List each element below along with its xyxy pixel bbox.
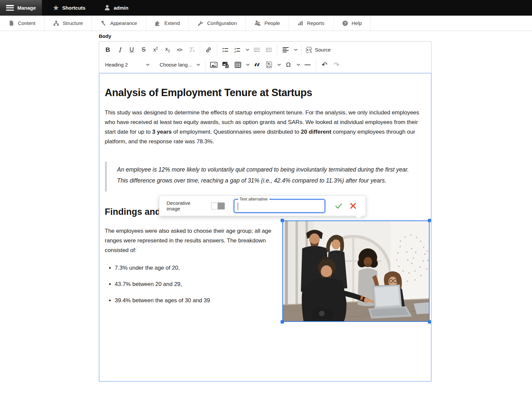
manage-tab[interactable]: Manage xyxy=(0,0,42,16)
bulleted-list-button[interactable] xyxy=(219,44,231,56)
resize-handle-top-right[interactable] xyxy=(428,219,431,222)
svg-text:e: e xyxy=(414,279,416,281)
language-dropdown[interactable]: Choose lang… xyxy=(156,59,203,70)
heading-dropdown[interactable]: Heading 2 xyxy=(102,59,152,70)
toolbar-row-2: Heading 2 Choose lang… xyxy=(102,57,429,72)
tab-label: People xyxy=(264,20,280,26)
svg-text:m: m xyxy=(398,265,399,268)
toolbar-separator xyxy=(277,44,277,56)
svg-text:e: e xyxy=(423,260,424,262)
horizontal-line-button[interactable]: — xyxy=(302,59,314,70)
table-dropdown[interactable] xyxy=(244,59,251,70)
list-item: 7.3% under the age of 20, xyxy=(115,263,274,273)
code-block-dropdown[interactable] xyxy=(275,59,282,70)
tab-people[interactable]: People xyxy=(246,16,289,31)
document-title: Analysis of Employment Tenure at Startup… xyxy=(105,87,426,99)
bold-text: 20 different xyxy=(301,129,332,135)
subscript-button[interactable]: x2 xyxy=(162,44,174,56)
link-button[interactable] xyxy=(202,44,214,56)
tab-structure[interactable]: Structure xyxy=(45,16,92,31)
blockquote: An employee is 12% more likely to volunt… xyxy=(105,162,409,192)
svg-text:m: m xyxy=(420,274,422,277)
list-item: 43.7% between 20 and 29, xyxy=(115,279,274,289)
alignment-button[interactable] xyxy=(280,44,292,56)
indent-button[interactable] xyxy=(251,44,263,56)
svg-text:e: e xyxy=(402,270,404,272)
bulleted-list-icon xyxy=(222,47,229,53)
svg-text:e: e xyxy=(396,259,397,261)
special-characters-dropdown[interactable] xyxy=(294,59,302,70)
cancel-alt-button[interactable] xyxy=(348,201,358,211)
chevron-down-icon xyxy=(146,64,150,66)
image-alt-balloon: Decorative image Text alternative xyxy=(159,196,366,216)
help-icon: ? xyxy=(342,20,348,26)
resize-handle-bottom-left[interactable] xyxy=(281,320,284,324)
list-options-dropdown[interactable] xyxy=(243,44,251,56)
language-dropdown-value: Choose lang… xyxy=(160,62,193,67)
tab-label: Extend xyxy=(164,20,180,26)
redo-icon: ↷ xyxy=(333,61,339,69)
svg-text:m: m xyxy=(415,251,416,254)
svg-text:m: m xyxy=(420,240,421,243)
puzzle-icon xyxy=(155,20,161,26)
tab-content[interactable]: Content xyxy=(0,16,45,31)
svg-text:e: e xyxy=(411,262,412,265)
insert-image-button[interactable] xyxy=(208,59,220,70)
media-icon xyxy=(222,62,230,68)
code-button[interactable]: <> xyxy=(174,44,186,56)
resize-handle-top-left[interactable] xyxy=(281,219,284,222)
underline-button[interactable]: U xyxy=(126,44,138,56)
tab-help[interactable]: ? Help xyxy=(333,16,371,31)
svg-text:m: m xyxy=(410,234,411,236)
chevron-down-icon xyxy=(277,64,281,66)
alignment-dropdown[interactable] xyxy=(292,44,299,56)
svg-text:2: 2 xyxy=(234,50,236,53)
undo-icon: ↶ xyxy=(322,61,328,69)
chevron-down-icon xyxy=(294,49,298,51)
toolbar-separator xyxy=(301,44,302,56)
decorative-image-label: Decorative image xyxy=(167,200,204,211)
editor-content-area[interactable]: Analysis of Employment Tenure at Startup… xyxy=(99,73,432,382)
svg-text:m: m xyxy=(406,251,407,253)
italic-icon: I xyxy=(118,46,121,54)
tab-appearance[interactable]: Appearance xyxy=(92,16,146,31)
table-icon xyxy=(235,62,241,68)
field-label: Body xyxy=(99,33,432,39)
selected-image-widget[interactable]: memem ememe memem ememe memem ememe xyxy=(282,220,430,322)
tab-reports[interactable]: Reports xyxy=(289,16,333,31)
insert-table-button[interactable] xyxy=(232,59,244,70)
undo-button[interactable]: ↶ xyxy=(319,59,331,70)
user-icon xyxy=(104,4,110,12)
chevron-down-icon xyxy=(297,64,300,66)
bold-button[interactable]: B xyxy=(102,44,114,56)
special-characters-button[interactable]: Ω xyxy=(282,59,294,70)
italic-button[interactable]: I xyxy=(114,44,126,56)
block-quote-button[interactable]: “ xyxy=(251,59,263,70)
tab-configuration[interactable]: Configuration xyxy=(189,16,246,31)
user-menu[interactable]: admin xyxy=(98,0,134,16)
strikethrough-button[interactable]: S xyxy=(138,44,150,56)
insert-media-button[interactable] xyxy=(220,59,232,70)
list-item: 39.4% between the ages of 30 and 39 xyxy=(115,296,274,305)
outdent-icon xyxy=(265,47,272,53)
shortcuts-tab[interactable]: ★ Shortcuts xyxy=(47,0,91,16)
source-button[interactable]: Source xyxy=(304,44,332,56)
star-icon: ★ xyxy=(53,5,59,11)
remove-format-button[interactable]: Tx xyxy=(186,44,198,56)
text-alternative-input[interactable]: Text alternative xyxy=(234,199,325,213)
tab-extend[interactable]: Extend xyxy=(146,16,189,31)
decorative-image-toggle[interactable] xyxy=(211,202,225,209)
svg-text:e: e xyxy=(413,257,414,259)
superscript-button[interactable]: x2 xyxy=(150,44,162,56)
numbered-list-button[interactable]: 12 xyxy=(231,44,243,56)
bar-chart-icon xyxy=(298,21,303,26)
redo-button[interactable]: ↷ xyxy=(331,59,342,70)
resize-handle-bottom-right[interactable] xyxy=(428,320,431,324)
toolbar-separator xyxy=(316,59,316,71)
outdent-button[interactable] xyxy=(263,44,275,56)
code-block-button[interactable] xyxy=(263,59,275,70)
save-alt-button[interactable] xyxy=(333,201,343,211)
tab-label: Structure xyxy=(63,20,83,26)
toolbar-separator xyxy=(217,44,217,56)
svg-text:e: e xyxy=(423,246,424,249)
